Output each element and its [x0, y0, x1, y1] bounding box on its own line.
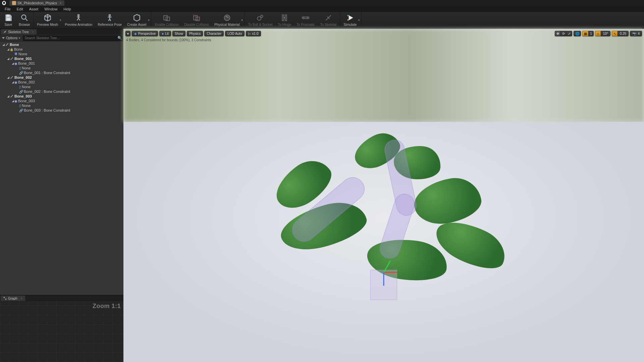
character-button[interactable]: Character	[204, 31, 224, 36]
viewport[interactable]: ▾ ◈Perspective ●Lit Show Physics Charact…	[123, 29, 644, 362]
toolbar-button-label: Disable Collision	[184, 23, 209, 26]
physics-button[interactable]: Physics	[187, 31, 203, 36]
enable-collision-button: Enable Collision	[152, 13, 181, 28]
toolbar-button-label: To Prismatic	[297, 23, 315, 26]
grid-snap-toggle[interactable]: ▦	[582, 31, 588, 36]
dropdown-arrow-icon[interactable]: ▼	[357, 13, 361, 28]
expand-toggle[interactable]: ◢	[2, 43, 5, 46]
tree-row[interactable]: ◢Bone_003	[0, 94, 123, 99]
scale-snap-value[interactable]: 0.25	[618, 31, 629, 36]
svg-point-2	[21, 15, 26, 19]
to-hinge-button: To Hinge	[275, 13, 293, 28]
expand-toggle[interactable]: ◢	[7, 95, 10, 98]
capsule-icon: ▯	[19, 85, 21, 89]
move-tool-button[interactable]: ✥	[555, 31, 560, 36]
angle-snap-group: △ 10°	[595, 31, 610, 36]
close-icon[interactable]: ×	[21, 297, 22, 300]
tree-item-label: Bone_003	[14, 94, 32, 98]
asset-icon	[12, 1, 16, 5]
reference-pose-button[interactable]: Reference Pose	[95, 13, 124, 28]
lock-icon: 🔒	[10, 48, 13, 51]
tree-row[interactable]: ◢◉Bone_003	[0, 99, 123, 103]
expand-toggle[interactable]: ◢	[11, 62, 14, 65]
coord-space-button[interactable]: 🌐	[574, 31, 581, 36]
tree-row[interactable]: ▯None	[0, 103, 123, 108]
menu-window[interactable]: Window	[42, 6, 60, 12]
camera-speed-button[interactable]: 📷4	[630, 31, 642, 36]
tree-item-label: Bone_002 : Bone Constraint	[24, 89, 70, 94]
expand-toggle[interactable]: ◢	[7, 76, 10, 79]
dropdown-arrow-icon[interactable]: ▼	[147, 13, 150, 28]
tree-row[interactable]: ◢◉Bone_002	[0, 80, 123, 84]
tree-item-label: Bone_003 : Bone Constraint	[24, 108, 70, 112]
close-icon[interactable]: ×	[32, 30, 34, 34]
graph-area[interactable]: Zoom 1:1	[0, 301, 123, 362]
show-button[interactable]: Show	[172, 31, 185, 36]
tree-row[interactable]: ◢Bone_001	[0, 56, 123, 61]
tree-row[interactable]: ⛊None	[0, 52, 123, 56]
close-icon[interactable]: ×	[60, 1, 62, 5]
search-wrap: 🔍	[23, 36, 123, 41]
tree-row[interactable]: ◢Bone_002	[0, 75, 123, 80]
options-dropdown[interactable]: Options	[1, 36, 21, 41]
lit-button[interactable]: ●Lit	[159, 31, 171, 36]
svg-point-18	[347, 19, 348, 20]
create-asset-button[interactable]: Create Asset	[124, 13, 147, 28]
svg-point-10	[257, 17, 261, 20]
create-asset-icon	[132, 13, 142, 22]
simulate-button[interactable]: Simulate	[341, 13, 357, 28]
search-icon[interactable]: 🔍	[117, 36, 122, 40]
disable-collision-button: Disable Collision	[181, 13, 212, 28]
menu-file[interactable]: File	[2, 6, 13, 12]
menu-asset[interactable]: Asset	[26, 6, 41, 12]
playback-speed-button[interactable]: ▷x1.0	[246, 31, 261, 36]
tree-row[interactable]: ▯None	[0, 84, 123, 89]
dropdown-arrow-icon[interactable]: ▼	[240, 13, 244, 28]
viewport-sky	[123, 29, 644, 122]
tree-row[interactable]: 🔗Bone_001 : Bone Constraint	[0, 70, 123, 75]
svg-point-11	[261, 15, 263, 17]
ballsocket-icon	[256, 13, 265, 22]
preview-mesh-button[interactable]: Preview Mesh	[34, 13, 59, 28]
viewport-menu-button[interactable]: ▾	[125, 31, 130, 36]
skeleton-tree-tab[interactable]: Skeleton Tree ×	[1, 29, 37, 35]
browse-button[interactable]: Browse	[16, 13, 33, 28]
constraint-icon: 🔗	[19, 90, 23, 94]
document-tab[interactable]: SK_Philodendron_Physics ×	[9, 0, 64, 6]
constraint-icon: 🔗	[19, 71, 23, 75]
tree-row[interactable]: ▯None	[0, 66, 123, 70]
skeleton-tree-tab-row: Skeleton Tree ×	[0, 29, 123, 35]
scale-tool-button[interactable]: ⤢	[566, 31, 572, 36]
tree-row[interactable]: ◢Bone	[0, 42, 123, 47]
skeleton-tree[interactable]: ◢Bone◢🔒Bone⛊None◢Bone_001◢◉Bone_001▯None…	[0, 42, 123, 295]
grid-snap-value[interactable]: 1	[588, 31, 594, 36]
svg-rect-15	[302, 17, 309, 18]
expand-toggle[interactable]: ◢	[7, 57, 10, 60]
menu-help[interactable]: Help	[61, 6, 74, 12]
preview-animation-button[interactable]: Preview Animation	[62, 13, 95, 28]
dropdown-arrow-icon[interactable]: ▼	[59, 13, 62, 28]
expand-toggle[interactable]: ◢	[7, 48, 10, 51]
graph-tab[interactable]: Graph ×	[1, 296, 25, 301]
tree-row[interactable]: ◢◉Bone_001	[0, 61, 123, 66]
expand-toggle[interactable]: ◢	[11, 80, 14, 84]
graph-tab-label: Graph	[8, 297, 17, 300]
search-input[interactable]	[23, 36, 123, 41]
toolbar-button-label: Reference Pose	[98, 23, 122, 26]
svg-rect-1	[7, 18, 10, 21]
tree-row[interactable]: 🔗Bone_003 : Bone Constraint	[0, 108, 123, 113]
angle-snap-toggle[interactable]: △	[595, 31, 601, 36]
scale-snap-toggle[interactable]: ⤡	[612, 31, 618, 36]
menu-edit[interactable]: Edit	[14, 6, 26, 12]
physical-material-button[interactable]: Physical Material	[212, 13, 240, 28]
tree-row[interactable]: 🔗Bone_002 : Bone Constraint	[0, 89, 123, 94]
tree-row[interactable]: ◢🔒Bone	[0, 47, 123, 52]
perspective-button[interactable]: ◈Perspective	[132, 31, 158, 36]
rotate-tool-button[interactable]: ⟳	[560, 31, 566, 36]
left-sidebar: Skeleton Tree × Options 🔍 ◢Bone◢🔒Bone⛊No…	[0, 29, 123, 362]
expand-toggle[interactable]: ◢	[11, 99, 14, 103]
save-button[interactable]: Save	[1, 13, 16, 28]
transform-mode-group: ✥ ⟳ ⤢	[555, 31, 572, 36]
angle-snap-value[interactable]: 10°	[601, 31, 610, 36]
lod-button[interactable]: LOD Auto	[225, 31, 244, 36]
